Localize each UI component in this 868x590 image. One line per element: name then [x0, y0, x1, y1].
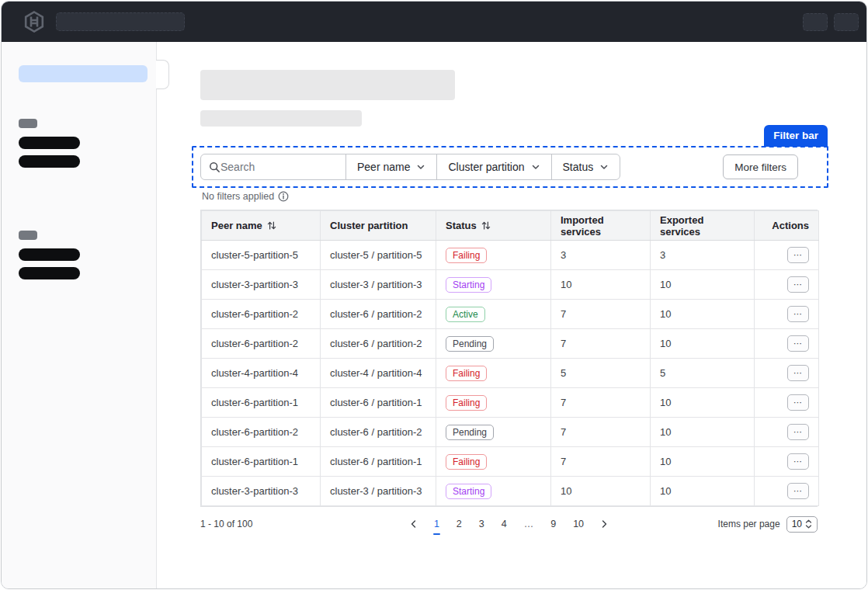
peer-name-cell: cluster-6-partition-1: [202, 388, 321, 418]
exported-services-cell: 5: [651, 359, 755, 388]
status-filter-dropdown[interactable]: Status: [551, 154, 620, 179]
sidebar-item-skeleton[interactable]: [19, 137, 80, 149]
sidebar-collapse-handle[interactable]: [156, 60, 169, 89]
cluster-partition-filter-dropdown[interactable]: Cluster partition: [436, 154, 550, 179]
table-row: cluster-6-partition-2cluster-6 / partiti…: [202, 418, 819, 447]
page-button-10[interactable]: 10: [568, 516, 589, 532]
table-row: cluster-6-partition-2cluster-6 / partiti…: [202, 329, 819, 359]
info-icon[interactable]: [278, 191, 289, 202]
row-actions-button[interactable]: ⋯: [787, 306, 809, 322]
column-header-label: Imported services: [561, 214, 641, 238]
peer-name-cell: cluster-5-partition-5: [202, 241, 321, 270]
status-cell: Failing: [436, 241, 551, 270]
filter-control-group: Peer name Cluster partition Status: [200, 154, 620, 180]
page-button-2[interactable]: 2: [452, 516, 467, 532]
no-filters-applied-status: No filters applied: [202, 191, 289, 202]
row-actions-button[interactable]: ⋯: [787, 453, 809, 470]
search-field[interactable]: [201, 154, 345, 179]
row-actions-button[interactable]: ⋯: [787, 247, 809, 263]
table-row: cluster-5-partition-5cluster-5 / partiti…: [202, 241, 819, 270]
navbar-search-skeleton[interactable]: [56, 12, 185, 31]
actions-cell: ⋯: [755, 241, 819, 270]
peer-name-cell: cluster-6-partition-2: [202, 300, 321, 329]
table-header-row: Peer nameCluster partitionStatusImported…: [202, 211, 819, 241]
imported-services-cell: 5: [551, 359, 651, 388]
imported-services-cell: 7: [551, 329, 651, 359]
sort-icon[interactable]: [481, 220, 491, 231]
exported-services-cell: 10: [651, 388, 755, 418]
no-filters-text: No filters applied: [202, 191, 274, 202]
cluster-partition-cell: cluster-6 / partition-2: [321, 329, 436, 359]
status-badge: Starting: [446, 277, 491, 293]
imported-services-cell: 7: [551, 388, 651, 418]
status-badge: Active: [446, 307, 485, 322]
cluster-partition-cell: cluster-6 / partition-1: [321, 447, 436, 477]
column-header-label: Exported services: [660, 214, 745, 238]
navbar-button-skeleton[interactable]: [834, 13, 859, 31]
next-page-button[interactable]: [596, 518, 612, 530]
table-row: cluster-3-partition-3cluster-3 / partiti…: [202, 270, 819, 300]
peer-name-cell: cluster-6-partition-2: [202, 418, 321, 447]
pagination-bar: 1 - 10 of 100 1234…910 Items per page: [200, 514, 818, 534]
previous-page-button[interactable]: [406, 518, 422, 530]
exported-services-cell: 10: [651, 418, 755, 447]
navbar-button-skeleton[interactable]: [803, 13, 828, 31]
imported-services-cell: 7: [551, 300, 651, 329]
column-header-peer-name[interactable]: Peer name: [202, 211, 321, 241]
actions-cell: ⋯: [755, 388, 819, 418]
peers-table: Peer nameCluster partitionStatusImported…: [200, 210, 818, 507]
page-button-4[interactable]: 4: [497, 516, 512, 532]
column-header-imported-services: Imported services: [551, 211, 651, 241]
exported-services-cell: 10: [651, 447, 755, 477]
table-row: cluster-6-partition-2cluster-6 / partiti…: [202, 300, 819, 329]
status-badge: Starting: [446, 484, 491, 499]
dropdown-label: Cluster partition: [448, 161, 524, 173]
column-header-label: Actions: [772, 220, 809, 231]
pagination-ellipsis: …: [519, 516, 539, 532]
cluster-partition-cell: cluster-3 / partition-3: [321, 270, 436, 300]
column-header-status[interactable]: Status: [436, 211, 551, 241]
main-content: Filter bar Peer name: [158, 42, 867, 589]
page-button-3[interactable]: 3: [474, 516, 489, 532]
row-actions-button[interactable]: ⋯: [787, 276, 809, 293]
chevron-down-icon: [531, 162, 540, 172]
page-button-9[interactable]: 9: [546, 516, 561, 532]
search-input[interactable]: [220, 161, 329, 173]
column-header-actions: Actions: [755, 211, 819, 241]
row-actions-button[interactable]: ⋯: [787, 424, 809, 440]
cluster-partition-cell: cluster-5 / partition-5: [321, 241, 436, 270]
peer-name-cell: cluster-3-partition-3: [202, 270, 321, 300]
sidebar-active-item-skeleton[interactable]: [19, 65, 148, 82]
sidebar-section-label-skeleton: [19, 231, 37, 240]
sidebar-item-skeleton[interactable]: [19, 267, 80, 279]
cluster-partition-cell: cluster-3 / partition-3: [321, 477, 436, 506]
dropdown-label: Peer name: [357, 161, 410, 173]
sidebar-section-label-skeleton: [19, 119, 37, 128]
row-actions-button[interactable]: ⋯: [787, 365, 809, 381]
page-button-1[interactable]: 1: [429, 516, 444, 532]
items-per-page-select[interactable]: 10: [786, 516, 818, 533]
row-actions-button[interactable]: ⋯: [787, 335, 809, 352]
peer-name-filter-dropdown[interactable]: Peer name: [345, 154, 436, 179]
table-row: cluster-6-partition-1cluster-6 / partiti…: [202, 447, 819, 477]
status-cell: Failing: [436, 359, 551, 388]
status-cell: Pending: [436, 329, 551, 359]
row-actions-button[interactable]: ⋯: [787, 394, 809, 411]
search-icon: [209, 161, 220, 173]
column-header-label: Peer name: [211, 220, 262, 231]
actions-cell: ⋯: [755, 359, 819, 388]
sidebar-item-skeleton[interactable]: [19, 155, 80, 168]
actions-cell: ⋯: [755, 300, 819, 329]
more-filters-button[interactable]: More filters: [723, 154, 798, 179]
sidebar-item-skeleton[interactable]: [19, 248, 80, 261]
actions-cell: ⋯: [755, 477, 819, 506]
sort-icon[interactable]: [267, 220, 276, 231]
status-badge: Failing: [446, 395, 487, 411]
exported-services-cell: 10: [651, 300, 755, 329]
cluster-partition-cell: cluster-4 / partition-4: [321, 359, 436, 388]
row-actions-button[interactable]: ⋯: [787, 483, 809, 499]
peer-name-cell: cluster-6-partition-1: [202, 447, 321, 477]
imported-services-cell: 7: [551, 418, 651, 447]
stepper-up-down-icon: [805, 519, 812, 529]
page-title-skeleton: [200, 70, 455, 100]
